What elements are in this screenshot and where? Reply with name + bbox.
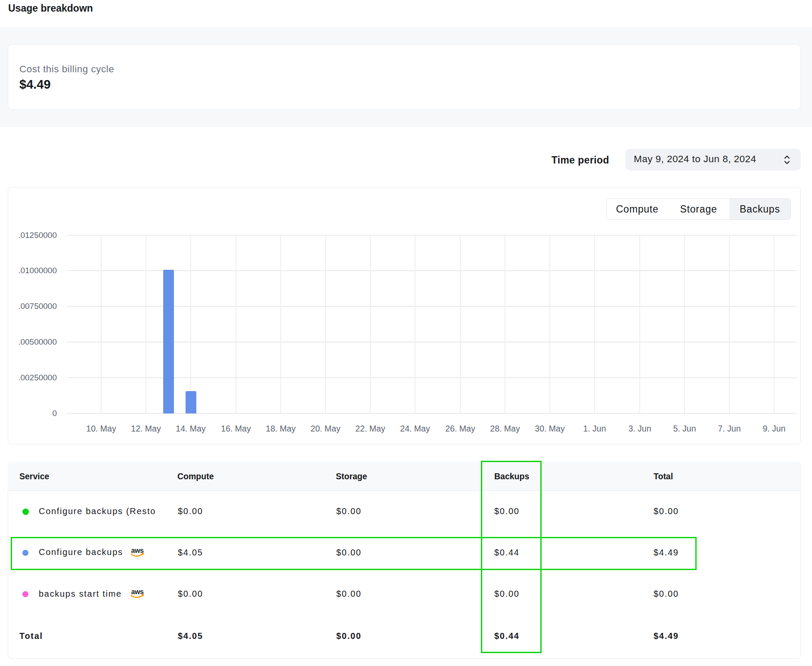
svg-text:aws: aws	[131, 588, 144, 595]
